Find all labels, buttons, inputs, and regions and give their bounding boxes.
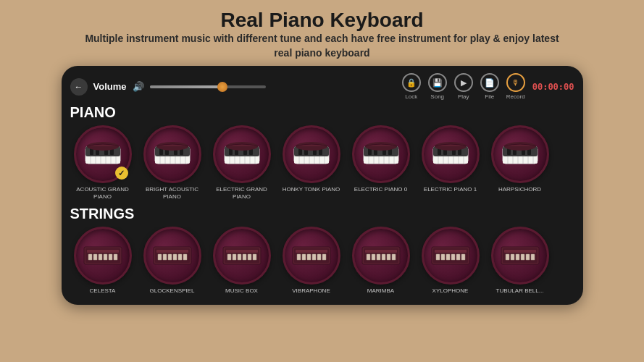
svg-rect-112 (168, 254, 172, 260)
instrument-vibraphone[interactable]: VIBRAPHONE (279, 227, 344, 295)
svg-rect-159 (526, 254, 530, 260)
svg-rect-140 (382, 254, 385, 260)
svg-rect-103 (99, 254, 102, 260)
volume-slider[interactable] (150, 85, 266, 88)
song-button[interactable]: 💾 Song (428, 73, 447, 100)
svg-rect-145 (435, 250, 467, 253)
instrument-label: CELESTA (90, 287, 116, 295)
piano-section: PIANO (70, 104, 574, 200)
svg-rect-157 (516, 254, 519, 260)
volume-label: Volume (93, 81, 127, 92)
strings-section-title: STRINGS (70, 206, 574, 222)
svg-rect-130 (307, 254, 311, 260)
timer: 00:00:00 (532, 82, 574, 92)
piano-section-title: PIANO (70, 104, 574, 121)
instrument-label: MUSIC BOX (225, 287, 258, 295)
svg-rect-127 (296, 250, 327, 253)
svg-rect-114 (178, 254, 182, 260)
svg-rect-102 (93, 254, 97, 260)
instrument-electric-piano-1[interactable]: ELECTRIC PIANO 1 (418, 125, 483, 200)
svg-rect-142 (392, 254, 396, 260)
instrument-tubular-bell[interactable]: TUBULAR BELL... (488, 227, 553, 295)
volume-icon: 🔊 (133, 81, 144, 92)
phone-container: ← Volume 🔊 🔒 Lock 💾 Song ▶ Play 📄 File (62, 66, 583, 305)
instrument-xylophone[interactable]: XYLOPHONE (418, 227, 483, 295)
instrument-label: ELECTRIC PIANO 0 (354, 186, 407, 193)
volume-thumb (217, 82, 227, 92)
strings-instruments-grid: CELESTA (70, 227, 574, 295)
page-title: Real Piano Keyboard (76, 9, 569, 32)
svg-rect-147 (441, 254, 445, 260)
play-button[interactable]: ▶ Play (454, 73, 473, 100)
svg-rect-158 (521, 254, 524, 260)
svg-rect-113 (173, 254, 177, 260)
instrument-label: HONKY TONK PIANO (283, 186, 340, 193)
page-subtitle: Multiple instrument music with different… (76, 32, 569, 60)
instrument-glockenspiel[interactable]: GLOCKENSPIEL (140, 227, 205, 295)
svg-rect-106 (114, 254, 117, 260)
instrument-label: ACOUSTIC GRAND PIANO (71, 186, 135, 200)
instrument-celesta[interactable]: CELESTA (70, 227, 135, 295)
svg-rect-122 (243, 254, 246, 260)
svg-rect-128 (297, 254, 301, 260)
instrument-label: GLOCKENSPIEL (150, 287, 195, 295)
svg-rect-141 (387, 254, 390, 260)
svg-rect-137 (367, 254, 370, 260)
svg-rect-138 (372, 254, 375, 260)
svg-rect-111 (163, 254, 167, 260)
svg-rect-100 (87, 250, 119, 253)
instrument-acoustic-grand[interactable]: ACOUSTIC GRAND PIANO (70, 125, 135, 200)
instrument-honky-tonk[interactable]: HONKY TONK PIANO (279, 125, 344, 200)
svg-rect-160 (531, 254, 535, 260)
svg-rect-155 (506, 254, 509, 260)
instrument-label: BRIGHT ACOUSTIC PIANO (141, 186, 204, 200)
instrument-electric-piano-0[interactable]: ELECTRIC PIANO 0 (348, 125, 414, 200)
svg-rect-136 (365, 250, 397, 253)
file-button[interactable]: 📄 File (480, 73, 499, 100)
svg-rect-129 (302, 254, 306, 260)
instrument-label: MARIMBA (367, 287, 394, 295)
svg-rect-105 (109, 254, 112, 260)
piano-instruments-grid: ACOUSTIC GRAND PIANO (70, 125, 574, 200)
svg-rect-109 (156, 250, 188, 253)
svg-rect-151 (461, 254, 465, 260)
volume-fill (150, 85, 225, 88)
strings-section: STRINGS (70, 206, 574, 295)
svg-rect-110 (158, 254, 162, 260)
svg-rect-119 (227, 254, 231, 260)
svg-rect-154 (504, 250, 536, 253)
instrument-label: HARPSICHORD (498, 186, 541, 193)
content-area: PIANO (70, 104, 574, 295)
lock-button[interactable]: 🔒 Lock (402, 73, 421, 100)
instrument-label: VIBRAPHONE (292, 287, 330, 295)
instrument-bright-acoustic[interactable]: BRIGHT ACOUSTIC PIANO (140, 125, 205, 200)
instrument-label: ELECTRIC GRAND PIANO (210, 186, 274, 200)
instrument-harpsichord[interactable]: HARPSICHORD (488, 125, 553, 200)
svg-rect-146 (436, 254, 440, 260)
svg-rect-124 (253, 254, 256, 260)
svg-rect-101 (88, 254, 92, 260)
svg-rect-139 (377, 254, 380, 260)
svg-rect-104 (104, 254, 107, 260)
header: Real Piano Keyboard Multiple instrument … (62, 0, 583, 66)
back-button[interactable]: ← (70, 78, 88, 96)
svg-rect-123 (248, 254, 251, 260)
svg-rect-115 (183, 254, 187, 260)
svg-rect-121 (238, 254, 241, 260)
svg-rect-149 (451, 254, 455, 260)
instrument-music-box[interactable]: MUSIC BOX (209, 227, 275, 295)
instrument-marimba[interactable]: MARIMBA (348, 227, 414, 295)
svg-rect-133 (322, 254, 326, 260)
svg-rect-156 (511, 254, 514, 260)
svg-rect-148 (446, 254, 450, 260)
instrument-label: XYLOPHONE (432, 287, 469, 295)
svg-rect-132 (317, 254, 321, 260)
instrument-electric-grand[interactable]: ELECTRIC GRAND PIANO (209, 125, 275, 200)
svg-rect-131 (312, 254, 316, 260)
top-controls: 🔒 Lock 💾 Song ▶ Play 📄 File 🎙 Record 00:… (402, 73, 574, 100)
top-bar: ← Volume 🔊 🔒 Lock 💾 Song ▶ Play 📄 File (70, 73, 574, 100)
svg-rect-120 (233, 254, 236, 260)
instrument-label: TUBULAR BELL... (496, 287, 544, 295)
record-button[interactable]: 🎙 Record (506, 73, 525, 100)
svg-rect-150 (456, 254, 460, 260)
